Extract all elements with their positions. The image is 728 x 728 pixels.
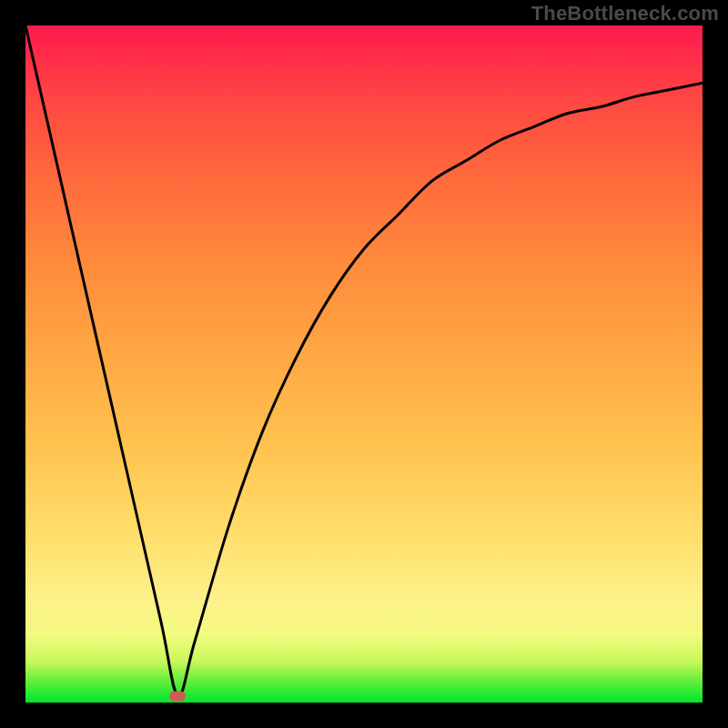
watermark-text: TheBottleneck.com <box>531 2 719 25</box>
chart-frame: TheBottleneck.com <box>0 0 728 728</box>
bottleneck-curve <box>25 25 703 703</box>
min-marker <box>169 691 186 701</box>
curve-path <box>25 25 703 696</box>
plot-area <box>25 25 703 703</box>
